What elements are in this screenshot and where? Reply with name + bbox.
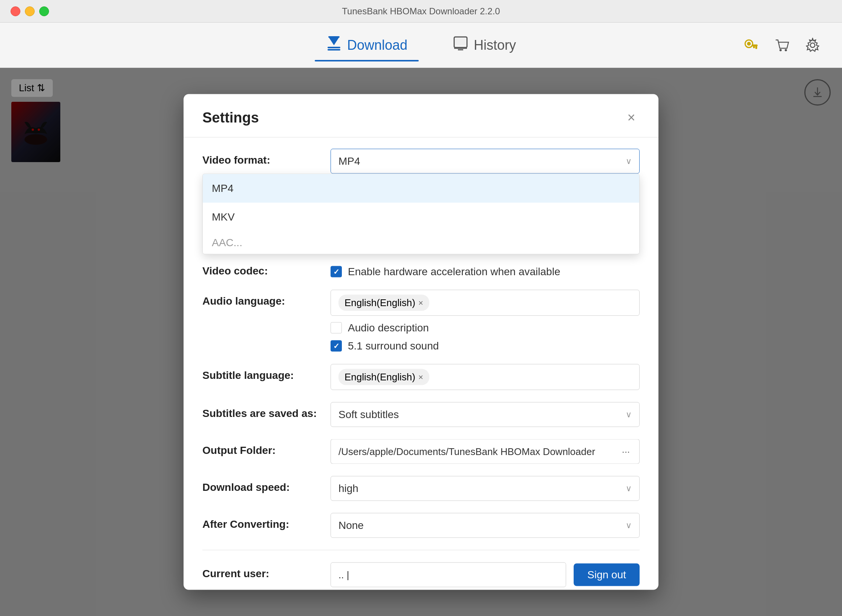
subtitle-language-tag-close[interactable]: × — [418, 372, 423, 382]
subtitle-language-input[interactable]: English(English) × — [331, 364, 640, 390]
history-label: History — [474, 37, 516, 53]
svg-rect-1 — [328, 47, 340, 48]
toolbar-actions — [740, 35, 823, 56]
subtitles-saved-dropdown[interactable]: Soft subtitles ∨ — [331, 402, 640, 427]
video-codec-control: Enable hardware acceleration when availa… — [331, 260, 640, 278]
history-nav-icon — [453, 35, 468, 55]
video-format-option-mkv[interactable]: MKV — [203, 203, 639, 231]
video-format-option-mp4[interactable]: MP4 — [203, 174, 639, 203]
toolbar: Download History — [0, 23, 842, 68]
output-folder-browse-button[interactable]: ··· — [612, 439, 640, 464]
subtitles-saved-row: Subtitles are saved as: Soft subtitles ∨ — [202, 402, 640, 427]
traffic-lights — [11, 6, 49, 16]
download-speed-value: high — [338, 483, 358, 495]
maximize-button[interactable] — [39, 6, 49, 16]
subtitle-language-label: Subtitle language: — [202, 364, 331, 382]
subtitles-saved-arrow: ∨ — [626, 410, 632, 420]
after-converting-arrow: ∨ — [626, 521, 632, 530]
audio-language-tag-close[interactable]: × — [418, 298, 423, 308]
svg-rect-0 — [328, 36, 340, 38]
app-title: TunesBank HBOMax Downloader 2.2.0 — [342, 6, 500, 17]
hardware-accel-checkbox[interactable] — [331, 266, 342, 277]
current-user-label: Current user: — [202, 562, 331, 580]
video-format-arrow: ∨ — [626, 156, 632, 166]
current-user-control: .. | Sign out — [331, 562, 640, 587]
audio-language-input[interactable]: English(English) × — [331, 290, 640, 316]
toolbar-nav: Download History — [315, 29, 527, 61]
close-button[interactable] — [11, 6, 20, 16]
folder-row: /Users/apple/Documents/TunesBank HBOMax … — [331, 439, 640, 464]
nav-history[interactable]: History — [441, 29, 527, 61]
after-converting-label: After Converting: — [202, 513, 331, 530]
svg-rect-11 — [753, 46, 755, 48]
video-format-control: MP4 ∨ MP4 MKV AAC... — [331, 149, 640, 174]
current-user-input: .. | — [331, 562, 566, 587]
audio-description-label: Audio description — [348, 322, 429, 334]
audio-description-row: Audio description — [331, 322, 640, 334]
subtitles-saved-label: Subtitles are saved as: — [202, 402, 331, 420]
audio-language-control: English(English) × Audio description 5.1… — [331, 290, 640, 352]
video-format-value: MP4 — [338, 155, 360, 167]
hardware-accel-row: Enable hardware acceleration when availa… — [331, 266, 640, 278]
after-converting-dropdown[interactable]: None ∨ — [331, 513, 640, 538]
svg-rect-2 — [328, 49, 340, 51]
settings-button[interactable] — [802, 35, 823, 56]
video-format-dropdown[interactable]: MP4 ∨ — [331, 149, 640, 174]
sign-out-button[interactable]: Sign out — [574, 564, 640, 586]
svg-rect-6 — [456, 38, 465, 45]
svg-point-13 — [785, 49, 787, 51]
download-nav-icon — [326, 35, 342, 55]
hardware-accel-label: Enable hardware acceleration when availa… — [348, 266, 560, 278]
subtitle-language-tag: English(English) × — [338, 369, 429, 385]
subtitle-language-row: Subtitle language: English(English) × — [202, 364, 640, 390]
cart-button[interactable] — [771, 35, 792, 56]
video-format-menu: MP4 MKV AAC... — [202, 174, 640, 254]
user-row: .. | Sign out — [331, 562, 640, 587]
surround-sound-label: 5.1 surround sound — [348, 340, 439, 352]
video-format-option-aac[interactable]: AAC... — [203, 231, 639, 254]
subtitle-language-control: English(English) × — [331, 364, 640, 390]
download-label: Download — [347, 37, 407, 53]
subtitles-saved-value: Soft subtitles — [338, 409, 399, 421]
audio-language-row: Audio language: English(English) × Audio… — [202, 290, 640, 352]
settings-divider — [202, 550, 640, 550]
dialog-header: Settings × — [184, 94, 658, 138]
surround-sound-row: 5.1 surround sound — [331, 340, 640, 352]
surround-sound-checkbox[interactable] — [331, 340, 342, 352]
settings-dialog: Settings × Video format: MP4 ∨ MP4 MKV A… — [184, 94, 658, 590]
audio-language-label: Audio language: — [202, 290, 331, 307]
after-converting-value: None — [338, 519, 364, 532]
nav-download[interactable]: Download — [315, 29, 419, 61]
main-area: List ⇅ Settings × — [0, 68, 842, 616]
svg-point-14 — [810, 43, 815, 48]
svg-rect-10 — [755, 46, 757, 49]
current-user-row: Current user: .. | Sign out — [202, 562, 640, 587]
download-speed-label: Download speed: — [202, 476, 331, 493]
after-converting-row: After Converting: None ∨ — [202, 513, 640, 538]
svg-point-8 — [747, 42, 751, 46]
download-speed-control: high ∨ — [331, 476, 640, 501]
minimize-button[interactable] — [25, 6, 35, 16]
output-folder-row: Output Folder: /Users/apple/Documents/Tu… — [202, 439, 640, 464]
subtitles-saved-control: Soft subtitles ∨ — [331, 402, 640, 427]
title-bar: TunesBank HBOMax Downloader 2.2.0 — [0, 0, 842, 23]
after-converting-control: None ∨ — [331, 513, 640, 538]
output-folder-label: Output Folder: — [202, 439, 331, 457]
audio-language-tag: English(English) × — [338, 295, 429, 311]
video-codec-label: Video codec: — [202, 260, 331, 277]
output-folder-input[interactable]: /Users/apple/Documents/TunesBank HBOMax … — [331, 439, 612, 464]
download-speed-dropdown[interactable]: high ∨ — [331, 476, 640, 501]
svg-point-12 — [779, 49, 782, 51]
dialog-body: Video format: MP4 ∨ MP4 MKV AAC... Video… — [184, 138, 658, 590]
download-speed-arrow: ∨ — [626, 484, 632, 493]
output-folder-control: /Users/apple/Documents/TunesBank HBOMax … — [331, 439, 640, 464]
dialog-close-button[interactable]: × — [623, 109, 640, 126]
dialog-title: Settings — [202, 109, 259, 126]
video-codec-row: Video codec: Enable hardware acceleratio… — [202, 260, 640, 278]
download-speed-row: Download speed: high ∨ — [202, 476, 640, 501]
audio-description-checkbox[interactable] — [331, 322, 342, 334]
key-button[interactable] — [740, 35, 761, 56]
video-format-label: Video format: — [202, 149, 331, 166]
video-format-row: Video format: MP4 ∨ MP4 MKV AAC... — [202, 149, 640, 174]
